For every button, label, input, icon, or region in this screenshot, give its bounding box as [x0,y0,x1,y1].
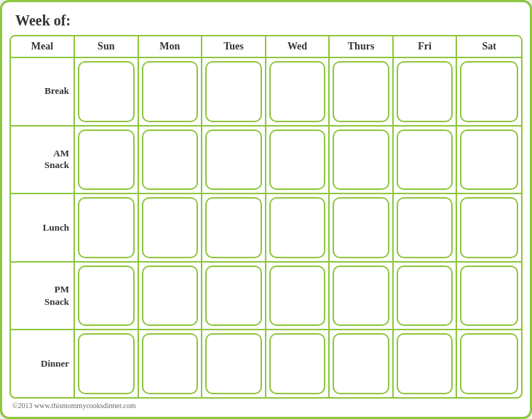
cell-pmsnack-sun[interactable] [75,263,139,330]
cell-lunch-fri[interactable] [394,194,458,261]
cell-dinner-fri[interactable] [394,330,458,397]
col-header-mon: Mon [139,36,203,57]
cell-breakfast-fri[interactable] [394,58,458,125]
col-header-wed: Wed [266,36,330,57]
col-header-meal: Meal [11,36,75,57]
cell-breakfast-sat[interactable] [457,58,521,125]
meal-grid: Meal Sun Mon Tues Wed Thurs Fri Sat Brea… [9,35,523,399]
cell-amsnack-tues[interactable] [202,127,266,193]
row-dinner: Dinner [11,330,521,397]
cell-breakfast-tues[interactable] [202,58,266,125]
cell-dinner-thurs[interactable] [330,330,394,397]
header-row: Meal Sun Mon Tues Wed Thurs Fri Sat [11,36,521,58]
meal-label-lunch: Lunch [11,194,75,261]
cell-amsnack-mon[interactable] [139,127,203,193]
cell-amsnack-sun[interactable] [75,127,139,193]
cell-amsnack-fri[interactable] [394,127,458,193]
cell-lunch-sun[interactable] [75,194,139,261]
body-rows: Break AM Snack [11,58,521,397]
cell-pmsnack-fri[interactable] [394,263,458,330]
cell-pmsnack-sat[interactable] [457,263,521,330]
cell-dinner-sun[interactable] [75,330,139,397]
cell-amsnack-wed[interactable] [266,127,330,193]
cell-breakfast-wed[interactable] [266,58,330,125]
cell-lunch-thurs[interactable] [330,194,394,261]
cell-dinner-tues[interactable] [202,330,266,397]
footer-copyright: ©2013 www.thismommycooksdinner.com [9,399,523,410]
cell-pmsnack-wed[interactable] [266,263,330,330]
week-of-label: Week of: [9,9,523,35]
cell-lunch-wed[interactable] [266,194,330,261]
cell-amsnack-sat[interactable] [457,127,521,193]
cell-breakfast-mon[interactable] [139,58,203,125]
cell-breakfast-sun[interactable] [75,58,139,125]
cell-lunch-sat[interactable] [457,194,521,261]
col-header-sat: Sat [457,36,521,57]
row-pm-snack: PM Snack [11,263,521,331]
cell-pmsnack-mon[interactable] [139,263,203,330]
row-am-snack: AM Snack [11,127,521,195]
row-lunch: Lunch [11,194,521,263]
meal-label-am-snack: AM Snack [11,127,75,193]
meal-label-dinner: Dinner [11,330,75,397]
cell-amsnack-thurs[interactable] [330,127,394,193]
cell-breakfast-thurs[interactable] [330,58,394,125]
cell-pmsnack-tues[interactable] [202,263,266,330]
row-breakfast: Break [11,58,521,127]
cell-dinner-mon[interactable] [139,330,203,397]
cell-lunch-mon[interactable] [139,194,203,261]
meal-label-breakfast: Break [11,58,75,125]
col-header-sun: Sun [75,36,139,57]
meal-planner-page: Week of: Meal Sun Mon Tues Wed Thurs Fri… [0,0,532,419]
col-header-tues: Tues [202,36,266,57]
meal-label-pm-snack: PM Snack [11,263,75,330]
cell-dinner-wed[interactable] [266,330,330,397]
cell-dinner-sat[interactable] [457,330,521,397]
cell-lunch-tues[interactable] [202,194,266,261]
col-header-fri: Fri [394,36,458,57]
cell-pmsnack-thurs[interactable] [330,263,394,330]
col-header-thurs: Thurs [330,36,394,57]
